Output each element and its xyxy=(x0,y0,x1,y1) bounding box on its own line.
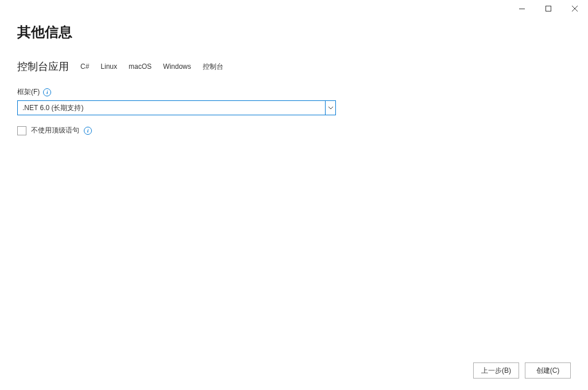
chevron-down-icon xyxy=(328,107,333,110)
top-level-statements-label: 不使用顶级语句 xyxy=(31,126,79,135)
create-button[interactable]: 创建(C) xyxy=(525,362,571,379)
svg-rect-0 xyxy=(519,9,525,9)
framework-dropdown[interactable]: .NET 6.0 (长期支持) xyxy=(17,100,336,115)
tag-linux: Linux xyxy=(100,61,117,72)
titlebar xyxy=(0,0,588,17)
framework-label: 框架(F) xyxy=(17,87,40,97)
maximize-icon xyxy=(546,6,551,11)
page-title: 其他信息 xyxy=(17,23,571,41)
top-level-statements-checkbox[interactable] xyxy=(17,126,26,135)
framework-label-row: 框架(F) i xyxy=(17,87,571,97)
project-type-row: 控制台应用 C# Linux macOS Windows 控制台 xyxy=(17,60,571,73)
project-type-label: 控制台应用 xyxy=(17,60,69,73)
tag-csharp: C# xyxy=(80,61,89,72)
svg-rect-1 xyxy=(546,6,551,11)
close-button[interactable] xyxy=(562,0,588,17)
back-button[interactable]: 上一步(B) xyxy=(473,362,519,379)
minimize-icon xyxy=(519,9,525,9)
maximize-button[interactable] xyxy=(535,0,562,17)
content-area: 其他信息 控制台应用 C# Linux macOS Windows 控制台 框架… xyxy=(0,17,588,135)
info-icon[interactable]: i xyxy=(43,88,51,96)
close-icon xyxy=(572,6,578,11)
tag-macos: macOS xyxy=(129,61,152,72)
framework-dropdown-value: .NET 6.0 (长期支持) xyxy=(18,101,325,115)
dropdown-arrow xyxy=(325,101,335,115)
info-icon[interactable]: i xyxy=(84,127,92,135)
top-level-statements-row: 不使用顶级语句 i xyxy=(17,126,571,135)
tag-windows: Windows xyxy=(163,61,191,72)
tag-console: 控制台 xyxy=(203,61,223,73)
minimize-button[interactable] xyxy=(509,0,535,17)
footer-buttons: 上一步(B) 创建(C) xyxy=(473,362,571,379)
